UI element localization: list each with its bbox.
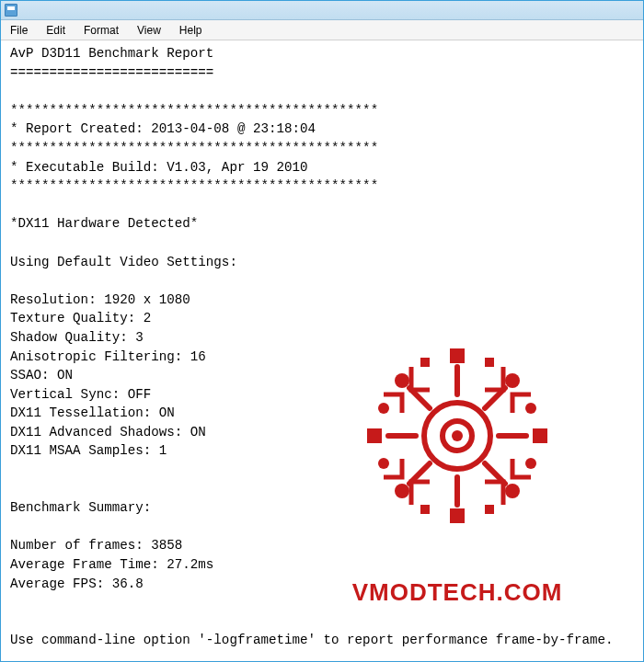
text-area[interactable]: AvP D3D11 Benchmark Report =============… <box>1 40 643 662</box>
menu-edit[interactable]: Edit <box>37 20 75 40</box>
separator: ****************************************… <box>10 141 378 155</box>
setting-vsync: Vertical Sync: OFF <box>10 387 151 402</box>
watermark: VMODTECH.COM <box>328 302 586 648</box>
menu-format[interactable]: Format <box>75 20 128 40</box>
setting-shadow-quality: Shadow Quality: 3 <box>10 330 144 345</box>
setting-resolution: Resolution: 1920 x 1080 <box>10 292 190 307</box>
svg-rect-12 <box>485 358 494 367</box>
summary-avg-frame-time: Average Frame Time: 27.2ms <box>10 557 213 572</box>
separator: ****************************************… <box>10 103 378 118</box>
setting-tessellation: DX11 Tessellation: ON <box>10 405 175 420</box>
svg-rect-5 <box>533 428 547 443</box>
setting-ssao: SSAO: ON <box>10 368 73 382</box>
svg-point-6 <box>395 373 409 388</box>
summary-avg-fps: Average FPS: 36.8 <box>10 576 144 591</box>
footer-hint: Use command-line option '-logframetime' … <box>10 633 614 647</box>
svg-point-7 <box>505 373 520 388</box>
summary-frames: Number of frames: 3858 <box>10 538 182 553</box>
window-titlebar <box>1 1 643 20</box>
svg-point-10 <box>452 430 463 441</box>
app-icon <box>5 4 17 17</box>
svg-point-1 <box>424 403 490 469</box>
svg-point-17 <box>378 458 389 469</box>
svg-point-9 <box>505 484 520 498</box>
svg-point-8 <box>395 484 409 498</box>
setting-texture-quality: Texture Quality: 2 <box>10 311 151 325</box>
summary-header: Benchmark Summary: <box>10 500 151 515</box>
hw-detected: *DX11 Hardware Detected* <box>10 216 198 231</box>
svg-rect-3 <box>450 508 465 523</box>
menu-view[interactable]: View <box>128 20 170 40</box>
report-title: AvP D3D11 Benchmark Report <box>10 46 213 61</box>
svg-rect-14 <box>485 505 494 514</box>
svg-point-16 <box>525 403 536 414</box>
menu-help[interactable]: Help <box>170 20 212 40</box>
svg-point-15 <box>378 403 389 414</box>
svg-point-0 <box>443 421 472 451</box>
svg-point-18 <box>525 458 536 469</box>
separator: ****************************************… <box>10 178 378 193</box>
setting-msaa: DX11 MSAA Samples: 1 <box>10 443 167 458</box>
executable-build: * Executable Build: V1.03, Apr 19 2010 <box>10 160 308 175</box>
menu-file[interactable]: File <box>1 20 37 40</box>
svg-rect-2 <box>450 348 465 363</box>
watermark-logo-icon <box>356 339 558 532</box>
setting-anisotropic: Anisotropic Filtering: 16 <box>10 349 206 364</box>
svg-rect-11 <box>420 358 430 367</box>
menubar: File Edit Format View Help <box>1 20 643 40</box>
report-title-underline: ========================== <box>10 65 213 80</box>
report-created: * Report Created: 2013-04-08 @ 23:18:04 <box>10 121 316 136</box>
setting-adv-shadows: DX11 Advanced Shadows: ON <box>10 425 206 439</box>
settings-header: Using Default Video Settings: <box>10 255 237 269</box>
svg-rect-13 <box>420 505 430 514</box>
watermark-text: VMODTECH.COM <box>328 576 586 611</box>
svg-rect-4 <box>367 428 382 443</box>
